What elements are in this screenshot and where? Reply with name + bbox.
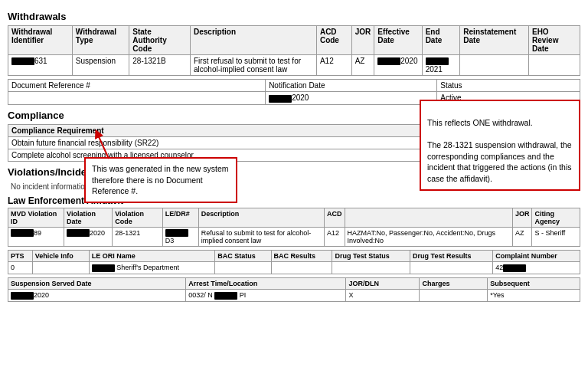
le-col-desc: Description	[198, 208, 324, 227]
le-col-viol-code: Violation Code	[113, 208, 163, 227]
notification-date-cell: Notification Date	[266, 80, 437, 92]
le-col-citing: Citing Agency	[532, 208, 580, 227]
le3-col-charges: Charges	[420, 277, 488, 289]
doc-ref-row: Document Reference # Notification Date S…	[8, 80, 580, 92]
acd-code: A12	[316, 55, 351, 76]
withdrawal-row: 631 Suspension 28-1321B First refusal to…	[8, 55, 580, 76]
callout-arrow-svg	[93, 130, 155, 160]
le2-bac-status	[215, 262, 271, 274]
le-col-jor: JOR	[512, 208, 532, 227]
le3-col-subsequent: Subsequent	[488, 277, 580, 289]
le3-col-arrest-time: Arrest Time/Location	[186, 277, 346, 289]
effective-date: 2020	[374, 55, 422, 76]
le2-col-drug-status: Drug Test Status	[332, 251, 410, 262]
le3-subsequent: *Yes	[488, 289, 580, 301]
callout-doc-ref-text: This was generated in the new system the…	[92, 164, 229, 195]
le2-col-complaint: Complaint Number	[493, 251, 580, 262]
le2-bac-results	[271, 262, 332, 274]
le2-col-vehicle: Vehicle Info	[32, 251, 89, 262]
le-col-viol-date: Violation Date	[64, 208, 113, 227]
le2-col-bac-results: BAC Results	[271, 251, 332, 262]
col-header-reinstatement-date: Reinstatement Date	[460, 26, 529, 55]
callout-one-withdrawal: This reflects ONE withdrawal. The 28-132…	[420, 100, 580, 191]
reinstatement-date	[460, 55, 529, 76]
le-col-acd: ACD	[325, 208, 345, 227]
svg-line-0	[97, 133, 109, 159]
notification-date-value: 2020	[266, 92, 437, 104]
le3-col-suspension-date: Suspension Served Date	[8, 277, 186, 289]
le2-vehicle-info	[32, 262, 89, 274]
col-header-description: Description	[190, 26, 316, 55]
page-container: Withdrawals Withdrawal Identifier Withdr…	[0, 0, 588, 311]
col-header-state-authority-code: State Authority Code	[129, 26, 191, 55]
le2-col-le-ori: LE ORI Name	[89, 251, 214, 262]
le-mvd-id: 89	[8, 227, 64, 247]
withdrawal-type: Suspension	[72, 55, 129, 76]
withdrawal-description: First refusal to submit to test for alco…	[190, 55, 316, 76]
col-header-jor: JOR	[351, 26, 374, 55]
jor: AZ	[351, 55, 374, 76]
col-header-withdrawal-type: Withdrawal Type	[72, 26, 129, 55]
le3-row-1: 2020 0032/ N PI X *Yes	[8, 289, 580, 301]
le2-drug-results	[410, 262, 493, 274]
le-citing-agency: S - Sheriff	[532, 227, 580, 247]
law-enforcement-table1: MVD Violation ID Violation Date Violatio…	[8, 208, 580, 248]
state-authority-code: 28-1321B	[129, 55, 191, 76]
col-header-end-date: End Date	[422, 26, 460, 55]
le2-le-ori: Sheriff's Department	[89, 262, 214, 274]
le3-arrest-time-location: 0032/ N PI	[186, 289, 346, 301]
le-hazmat: HAZMAT:No, Passenger:No, Accident:No, Dr…	[345, 227, 512, 247]
callout-doc-ref: This was generated in the new system the…	[84, 157, 237, 203]
le-jor: AZ	[512, 227, 532, 247]
le2-row-1: 0 Sheriff's Department 42	[8, 262, 580, 274]
compliance-req-header: Compliance Requirement	[8, 124, 466, 136]
le-viol-date: 2020	[64, 227, 113, 247]
status-label-cell: Status	[437, 80, 580, 92]
notification-date-label: Notification Date	[269, 81, 325, 90]
le2-col-drug-results: Drug Test Results	[410, 251, 493, 262]
le2-col-pts: PTS	[8, 251, 33, 262]
le-ledr: D3	[162, 227, 198, 247]
eho-review-date	[528, 55, 580, 76]
le3-charges	[420, 289, 488, 301]
le2-col-bac-status: BAC Status	[215, 251, 271, 262]
law-enforcement-table3: Suspension Served Date Arrest Time/Locat…	[8, 277, 580, 302]
withdrawal-id: 631	[8, 55, 73, 76]
compliance-req-1: Obtain future financial responsibility (…	[8, 136, 466, 149]
le2-drug-status	[332, 262, 410, 274]
withdrawals-title: Withdrawals	[8, 11, 580, 22]
le-acd: A12	[325, 227, 345, 247]
le2-pts: 0	[8, 262, 33, 274]
le-col-mvd-id: MVD Violation ID	[8, 208, 64, 227]
law-enforcement-table2: PTS Vehicle Info LE ORI Name BAC Status …	[8, 250, 580, 274]
doc-ref-value	[8, 92, 266, 104]
col-header-effective-date: Effective Date	[374, 26, 422, 55]
le-col-hazmat	[345, 208, 512, 227]
le3-jor-dln: X	[346, 289, 420, 301]
col-header-acd-code: ACD Code	[316, 26, 351, 55]
callout-one-withdrawal-text: This reflects ONE withdrawal. The 28-132…	[427, 118, 572, 183]
le-col-ledr: LE/DR#	[162, 208, 198, 227]
doc-ref-label: Document Reference #	[8, 80, 266, 92]
le3-col-jor-dln: JOR/DLN	[346, 277, 420, 289]
le-row-1: 89 2020 28-1321 D3 Refusal to submit to …	[8, 227, 580, 247]
le2-complaint-number: 42	[493, 262, 580, 274]
le3-suspension-date: 2020	[8, 289, 186, 301]
le-desc: Refusal to submit to test for alcohol-im…	[198, 227, 324, 247]
withdrawals-table: Withdrawal Identifier Withdrawal Type St…	[8, 25, 580, 76]
end-date: 2021	[422, 55, 460, 76]
col-header-eho-review-date: EHO Review Date	[528, 26, 580, 55]
le-viol-code: 28-1321	[113, 227, 163, 247]
col-header-withdrawal-id: Withdrawal Identifier	[8, 26, 73, 55]
